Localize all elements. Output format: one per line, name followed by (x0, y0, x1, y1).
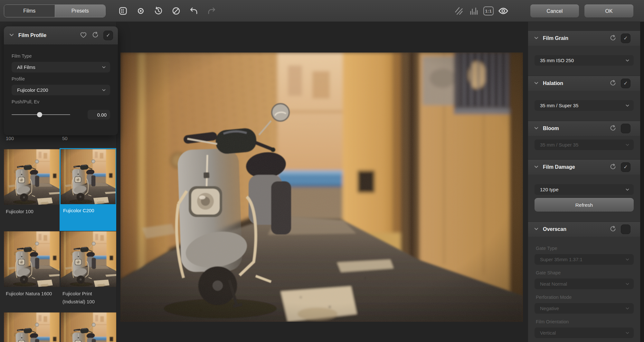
partial-film-label: 50 (62, 136, 68, 141)
film-thumbnail-image (61, 312, 116, 342)
chevron-down-icon[interactable] (534, 226, 539, 233)
refresh-button[interactable]: Refresh (535, 198, 634, 212)
app-window: Films Presets (0, 0, 644, 342)
toolbar-right-icons: 1:1 (454, 6, 508, 16)
chevron-down-icon (625, 306, 630, 310)
halation-select[interactable]: 35 mm / Super 35 (535, 100, 634, 111)
slider-handle[interactable] (37, 112, 42, 117)
film-thumbnail-image (4, 231, 60, 287)
preview-eye-icon[interactable] (498, 6, 508, 16)
bypass-original-icon[interactable] (171, 6, 181, 16)
film-grain-enabled-checkbox[interactable]: ✓ (621, 33, 630, 43)
chevron-down-icon (625, 187, 630, 192)
panel-title: Film Profile (18, 33, 46, 38)
toolbar-left-icons (118, 6, 217, 16)
film-thumbnail-fujicolor-c200-selected[interactable]: Fujicolor C200 (60, 148, 117, 231)
overscan-enabled-checkbox[interactable]: ✓ (621, 224, 630, 234)
film-thumbnail-fujicolor-natura-1600[interactable]: Fujicolor Natura 1600 (4, 231, 60, 298)
film-list-icon[interactable] (118, 6, 128, 16)
film-thumbnail-image (4, 312, 60, 342)
history-icon[interactable] (153, 6, 164, 16)
push-pull-slider[interactable] (12, 112, 70, 117)
profile-label: Profile (12, 76, 110, 81)
redo-icon[interactable] (206, 6, 217, 16)
push-pull-value[interactable]: 0.00 (88, 110, 110, 119)
chevron-down-icon[interactable] (9, 32, 14, 39)
film-thumbnail-fujicolor-100[interactable]: Fujicolor 100 (4, 149, 60, 215)
film-thumbnail-partial[interactable] (4, 312, 60, 342)
film-profile-panel: Film Profile ✓ Film Type All Films Profi… (4, 26, 118, 135)
chevron-down-icon (625, 103, 630, 108)
favorite-heart-icon[interactable] (80, 31, 87, 40)
section-bloom: Bloom ✓ 35 mm / Super 35 (528, 121, 640, 159)
histogram-icon[interactable] (469, 6, 479, 16)
reset-icon[interactable] (91, 31, 99, 40)
perforation-mode-label: Perforation Mode (536, 295, 632, 300)
bloom-select: 35 mm / Super 35 (535, 139, 634, 150)
film-profile-body: Film Type All Films Profile Fujicolor C2… (4, 44, 118, 119)
zoom-one-to-one-icon[interactable]: 1:1 (483, 6, 494, 16)
grain-preview-icon[interactable] (454, 6, 464, 16)
film-thumbnail-partial[interactable] (61, 312, 116, 342)
toolbar: Films Presets (0, 0, 644, 22)
settings-gear-icon[interactable] (136, 6, 146, 16)
chevron-down-icon (102, 88, 106, 92)
film-profile-enabled-checkbox[interactable]: ✓ (103, 31, 113, 40)
reset-icon[interactable] (609, 34, 617, 43)
partial-film-label: 100 (6, 136, 14, 141)
chevron-down-icon[interactable] (534, 126, 539, 132)
reset-icon[interactable] (609, 163, 617, 172)
film-type-select[interactable]: All Films (12, 62, 110, 72)
gate-type-label: Gate Type (536, 246, 632, 251)
chevron-down-icon[interactable] (534, 35, 539, 42)
chevron-down-icon[interactable] (534, 81, 539, 87)
bloom-enabled-checkbox[interactable]: ✓ (621, 124, 630, 133)
push-pull-label: Push/Pull, Ev (12, 99, 110, 104)
chevron-down-icon (625, 331, 630, 335)
reset-icon[interactable] (609, 79, 617, 88)
chevron-down-icon (625, 257, 630, 261)
gate-shape-select: Neat Normal (535, 279, 634, 289)
halation-header[interactable]: Halation ✓ (528, 76, 640, 91)
undo-icon[interactable] (189, 6, 199, 16)
film-profile-header[interactable]: Film Profile ✓ (4, 26, 118, 44)
chevron-down-icon (625, 58, 630, 62)
film-grain-select[interactable]: 35 mm ISO 250 (535, 55, 634, 66)
film-thumbnail-fujicolor-print-industrial-100[interactable]: Fujicolor Print (Industrial) 100 (61, 231, 116, 306)
preview-canvas (117, 22, 528, 342)
film-damage-header[interactable]: Film Damage ✓ (528, 160, 640, 175)
gate-type-select: Super 35mm 1.37:1 (535, 254, 634, 265)
film-thumbnail-label: Fujicolor Natura 1600 (4, 287, 60, 298)
tab-films[interactable]: Films (4, 5, 55, 17)
ok-button[interactable]: OK (584, 5, 633, 17)
film-grain-header[interactable]: Film Grain ✓ (528, 31, 640, 46)
section-film-damage: Film Damage ✓ 120 type Refresh (528, 160, 640, 221)
tab-presets[interactable]: Presets (55, 5, 106, 17)
reset-icon[interactable] (609, 225, 617, 234)
film-orientation-label: Film Orientation (536, 319, 632, 324)
preview-image (120, 52, 523, 322)
reset-icon[interactable] (609, 124, 617, 133)
chevron-down-icon[interactable] (534, 164, 539, 170)
film-thumbnail-image (61, 231, 116, 287)
content-area: 100 50 Fujicolor 100 Fujicolor C200 Fuji… (0, 22, 644, 342)
perforation-mode-select: Negative (535, 303, 634, 314)
film-damage-enabled-checkbox[interactable]: ✓ (621, 162, 630, 172)
film-type-label: Film Type (12, 53, 110, 59)
overscan-header[interactable]: Overscan ✓ (528, 222, 640, 237)
adjustments-panel: Film Grain ✓ 35 mm ISO 250 Halatio (528, 22, 640, 342)
bloom-header[interactable]: Bloom ✓ (528, 121, 640, 136)
halation-enabled-checkbox[interactable]: ✓ (621, 79, 630, 88)
window-edge-strip (640, 22, 644, 342)
section-overscan: Overscan ✓ Gate Type Super 35mm 1.37:1 G… (528, 222, 640, 342)
chevron-down-icon (625, 143, 630, 147)
film-thumbnail-label: Fujicolor Print (Industrial) 100 (61, 287, 116, 306)
chevron-down-icon (102, 65, 106, 69)
film-damage-select[interactable]: 120 type (535, 184, 634, 195)
gate-shape-label: Gate Shape (536, 270, 632, 275)
film-orientation-select: Vertical (535, 328, 634, 338)
chevron-down-icon (625, 282, 630, 286)
cancel-button[interactable]: Cancel (530, 5, 579, 17)
section-film-grain: Film Grain ✓ 35 mm ISO 250 (528, 31, 640, 75)
profile-select[interactable]: Fujicolor C200 (12, 85, 110, 95)
